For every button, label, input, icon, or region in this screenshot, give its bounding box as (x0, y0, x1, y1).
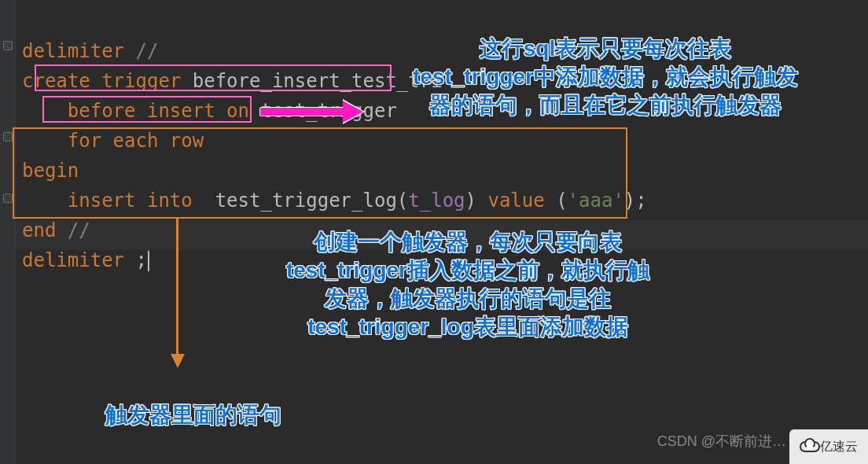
anno-text: 这行 (480, 36, 524, 61)
keyword-delimiter: delimiter (22, 40, 124, 62)
arrow-right-icon (259, 104, 354, 120)
anno-text: 表里面添加数据 (474, 315, 628, 339)
editor-gutter (0, 0, 16, 464)
delimiter-symbol: // (56, 219, 90, 241)
watermark-csdn: CSDN @不断前进… (657, 426, 786, 456)
text-caret (148, 251, 149, 271)
fold-marker-icon (3, 193, 13, 203)
anno-text: 触发器里面的语句 (105, 403, 281, 427)
fold-marker-icon (3, 132, 13, 142)
watermark-yisu: 亿速云 (789, 429, 868, 464)
cloud-icon (800, 441, 817, 452)
highlight-box-before-insert (35, 64, 392, 91)
delimiter-semicolon: ; (124, 249, 147, 271)
keyword-end: end (22, 219, 56, 241)
anno-bold: test_trigger (413, 64, 534, 89)
highlight-box-trigger-body (13, 127, 627, 219)
anno-bold: test_trigger_log (307, 315, 474, 339)
annotation-middle: 创建一个触发器，每次只要向表 test_trigger插入数据之前，就执行触发器… (275, 228, 660, 341)
punct: ); (624, 190, 647, 212)
anno-bold: test_trigger (286, 258, 407, 282)
keyword-delimiter: delimiter (22, 249, 124, 271)
arrow-down-icon (176, 219, 179, 360)
anno-text: 表示只要每次往表 (555, 36, 731, 61)
annotation-top-right: 这行sql表示只要每次往表 test_trigger中添加数据，就会执行触发器的… (409, 35, 802, 120)
highlight-box-for-each-row (42, 96, 252, 123)
delimiter-symbol: // (124, 40, 158, 62)
annotation-bottom-left: 触发器里面的语句 (105, 401, 281, 429)
fold-marker-icon (3, 41, 13, 50)
anno-text: 创建一个触发器，每次只要向表 (314, 230, 622, 254)
watermark-yisu-text: 亿速云 (820, 432, 858, 462)
anno-bold: sql (524, 36, 555, 61)
